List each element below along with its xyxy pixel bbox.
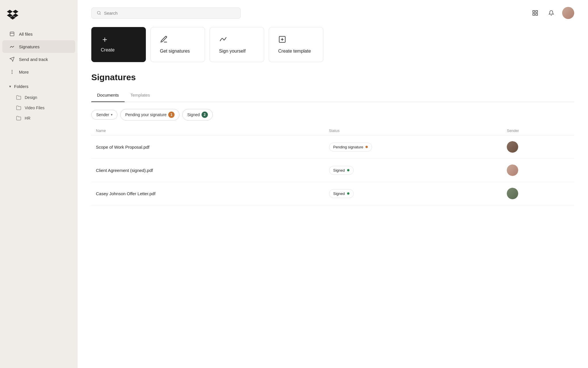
sign-yourself-card[interactable]: Sign yourself <box>210 27 264 62</box>
more-icon <box>9 69 15 75</box>
svg-point-1 <box>12 70 12 71</box>
folder-item-video-files[interactable]: Video Files <box>2 103 75 113</box>
create-card[interactable]: ＋ Create <box>91 27 146 62</box>
folder-label-hr: HR <box>25 116 30 120</box>
table-body: Scope of Work Proposal.pdf Pending signa… <box>91 135 574 205</box>
sender-filter[interactable]: Sender ▾ <box>91 110 117 120</box>
all-files-icon <box>9 31 15 37</box>
doc-sender <box>502 159 574 182</box>
create-template-label: Create template <box>278 49 314 54</box>
doc-name: Client Agreement (signed).pdf <box>91 159 324 182</box>
status-dot <box>365 146 368 148</box>
col-sender: Sender <box>502 126 574 135</box>
status-badge: Signed <box>329 189 354 198</box>
search-input[interactable] <box>104 11 235 16</box>
top-bar-actions <box>530 7 574 19</box>
avatar-circle <box>507 164 518 176</box>
chevron-down-icon: ▾ <box>9 84 11 89</box>
sender-avatar <box>507 188 518 199</box>
doc-name: Scope of Work Proposal.pdf <box>91 135 324 159</box>
svg-rect-9 <box>536 14 537 15</box>
status-dot <box>347 192 349 195</box>
doc-status: Signed <box>324 159 502 182</box>
get-signatures-icon <box>160 35 196 45</box>
doc-status: Signed <box>324 182 502 205</box>
avatar-image <box>562 7 574 19</box>
doc-sender <box>502 182 574 205</box>
folders-section: ▾ Folders Design Video Files HR <box>0 80 78 123</box>
sidebar-item-signatures[interactable]: Signatures <box>2 40 75 53</box>
sidebar-label-send-and-track: Send and track <box>19 57 48 62</box>
create-plus-icon: ＋ <box>101 35 136 43</box>
sender-filter-label: Sender <box>96 112 109 117</box>
sidebar-label-all-files: All files <box>19 32 33 37</box>
col-status: Status <box>324 126 502 135</box>
table-header: Name Status Sender <box>91 126 574 135</box>
svg-line-5 <box>100 14 101 15</box>
filter-bar: Sender ▾ Pending your signature 1 Signed… <box>91 109 574 120</box>
action-cards: ＋ Create Get signatures Sign yourself Cr… <box>91 27 574 62</box>
create-template-icon <box>278 35 314 45</box>
avatar-circle <box>507 188 518 199</box>
folder-item-design[interactable]: Design <box>2 92 75 103</box>
sender-avatar <box>507 164 518 176</box>
sender-chevron-icon: ▾ <box>111 113 113 117</box>
tab-templates[interactable]: Templates <box>125 89 156 102</box>
avatar[interactable] <box>562 7 574 19</box>
pending-filter[interactable]: Pending your signature 1 <box>120 109 179 120</box>
sender-avatar <box>507 141 518 153</box>
svg-point-4 <box>97 11 100 14</box>
table-row[interactable]: Scope of Work Proposal.pdf Pending signa… <box>91 135 574 159</box>
folder-icon-design <box>16 95 21 100</box>
status-badge: Pending signature <box>329 143 372 152</box>
get-signatures-card[interactable]: Get signatures <box>150 27 205 62</box>
svg-point-3 <box>12 73 12 74</box>
folders-label: Folders <box>14 84 28 89</box>
top-bar <box>91 7 574 19</box>
sign-yourself-icon <box>219 35 255 45</box>
doc-name: Casey Johnson Offer Letter.pdf <box>91 182 324 205</box>
create-template-card[interactable]: Create template <box>269 27 323 62</box>
signatures-icon <box>9 44 15 49</box>
col-name: Name <box>91 126 324 135</box>
page-title: Signatures <box>91 72 574 82</box>
signed-filter-label: Signed <box>187 112 200 117</box>
sign-yourself-label: Sign yourself <box>219 49 255 54</box>
pending-badge: 1 <box>168 112 175 118</box>
tabs: Documents Templates <box>91 89 574 102</box>
dropbox-logo[interactable] <box>0 5 78 28</box>
tab-documents[interactable]: Documents <box>91 89 125 102</box>
folder-icon-hr <box>16 116 21 121</box>
svg-rect-0 <box>10 32 14 36</box>
status-badge: Signed <box>329 166 354 175</box>
svg-point-2 <box>12 72 12 72</box>
sidebar-item-send-and-track[interactable]: Send and track <box>2 53 75 66</box>
apps-button[interactable] <box>530 8 540 18</box>
sidebar: All files Signatures Send and track More… <box>0 0 78 368</box>
send-track-icon <box>9 56 15 62</box>
avatar-circle <box>507 141 518 153</box>
doc-sender <box>502 135 574 159</box>
create-label: Create <box>101 47 136 53</box>
folder-label-video-files: Video Files <box>25 106 45 110</box>
folder-label-design: Design <box>25 95 37 100</box>
table-row[interactable]: Casey Johnson Offer Letter.pdf Signed <box>91 182 574 205</box>
sidebar-item-more[interactable]: More <box>2 66 75 78</box>
notifications-button[interactable] <box>546 8 556 18</box>
get-signatures-label: Get signatures <box>160 49 196 54</box>
svg-rect-8 <box>533 14 535 15</box>
main-content: ＋ Create Get signatures Sign yourself Cr… <box>78 0 588 368</box>
folder-item-hr[interactable]: HR <box>2 113 75 123</box>
folder-icon-video <box>16 105 21 110</box>
signed-badge: 2 <box>202 112 208 118</box>
svg-rect-7 <box>536 11 537 12</box>
folders-header[interactable]: ▾ Folders <box>2 80 75 92</box>
signed-filter[interactable]: Signed 2 <box>182 109 213 120</box>
table-row[interactable]: Client Agreement (signed).pdf Signed <box>91 159 574 182</box>
sidebar-label-more: More <box>19 70 29 74</box>
documents-table: Name Status Sender Scope of Work Proposa… <box>91 126 574 205</box>
search-icon <box>97 11 101 15</box>
search-bar[interactable] <box>91 7 241 19</box>
pending-filter-label: Pending your signature <box>125 112 167 117</box>
sidebar-item-all-files[interactable]: All files <box>2 28 75 40</box>
